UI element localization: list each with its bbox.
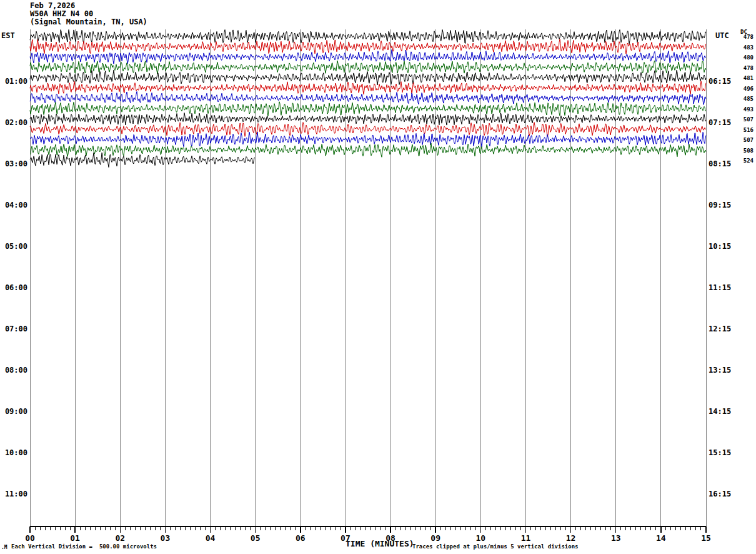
hour-label-utc: 10:15 [709, 242, 731, 250]
seismic-trace-row-7 [30, 91, 706, 104]
hour-label-utc: 14:15 [709, 407, 731, 415]
hour-label-utc: 15:15 [709, 448, 731, 456]
dc-value: 483 [740, 44, 754, 51]
hour-label-utc: 07:15 [709, 118, 731, 126]
corner-mark: .M [1, 545, 7, 550]
hour-label-utc: 08:15 [709, 159, 731, 168]
hour-label-est: 11:00 [0, 490, 27, 498]
minute-label: 10 [471, 533, 490, 543]
minute-label: 00 [21, 533, 39, 543]
minute-label: 01 [66, 533, 84, 543]
minute-label: 14 [652, 533, 670, 543]
minute-label: 05 [246, 533, 265, 543]
seismic-trace-row-5 [30, 70, 706, 85]
seismic-trace-row-12 [30, 143, 706, 157]
minute-label: 03 [156, 533, 174, 543]
hour-label-est: 03:00 [0, 159, 27, 168]
hour-label-est: 07:00 [0, 325, 27, 333]
seismic-trace-row-13 [30, 153, 255, 168]
hour-label-utc: 16:15 [709, 490, 731, 498]
dc-value: 493 [740, 106, 754, 113]
hour-label-est: 01:00 [0, 77, 27, 85]
dc-value: 507 [740, 137, 754, 143]
hour-label-est: 08:00 [0, 366, 27, 374]
seismic-trace-row-11 [30, 132, 706, 147]
est-axis-label: EST [1, 31, 15, 40]
dc-value: 496 [740, 86, 754, 92]
seismic-trace-row-4 [30, 61, 706, 74]
hour-label-est: 04:00 [0, 201, 27, 209]
minute-label: 06 [291, 533, 310, 543]
x-axis-title: TIME (MINUTES) [346, 539, 414, 548]
dc-value: 507 [740, 116, 754, 123]
vertical-division-note: Each Vertical Division = 500.00 microvol… [11, 543, 157, 550]
seismic-trace-row-8 [30, 102, 706, 116]
seismic-trace-row-6 [30, 81, 706, 94]
header-location: (Signal Mountain, TN, USA) [30, 18, 147, 26]
hour-label-utc: 11:15 [709, 283, 731, 291]
dc-value: 508 [740, 148, 754, 154]
hour-label-est: 02:00 [0, 118, 27, 126]
clip-note: Traces clipped at plus/minus 5 vertical … [412, 543, 579, 550]
hour-label-utc: 12:15 [709, 325, 731, 333]
hour-label-utc: 06:15 [709, 77, 731, 85]
minute-label: 12 [562, 533, 580, 543]
hour-label-est: 10:00 [0, 448, 27, 456]
minute-label: 15 [697, 533, 715, 543]
hour-label-est: 06:00 [0, 283, 27, 291]
minute-label: 02 [111, 533, 129, 543]
dc-value: 485 [740, 96, 754, 102]
seismic-trace-row-9 [30, 113, 706, 125]
seismogram-plot [0, 0, 756, 554]
minute-label: 09 [426, 533, 445, 543]
helicorder-page: Feb 7,2026 W50A HHZ N4 00 (Signal Mounta… [0, 0, 756, 554]
seismic-trace-row-3 [30, 49, 706, 64]
minute-label: 04 [201, 533, 220, 543]
dc-value: 480 [740, 54, 754, 61]
hour-label-utc: 09:15 [709, 201, 731, 209]
minute-label: 13 [607, 533, 625, 543]
hour-label-utc: 13:15 [709, 366, 731, 374]
dc-value: 524 [740, 158, 754, 164]
dc-value: 481 [740, 75, 754, 81]
dc-value: 478 [740, 34, 754, 40]
dc-value: 516 [740, 127, 754, 133]
hour-label-est: 05:00 [0, 242, 27, 250]
minute-label: 11 [516, 533, 535, 543]
seismic-trace-row-10 [30, 123, 706, 137]
dc-value: 478 [740, 65, 754, 71]
hour-label-est: 09:00 [0, 407, 27, 415]
seismic-trace-row-1 [30, 29, 706, 44]
utc-axis-label: UTC [715, 31, 729, 40]
